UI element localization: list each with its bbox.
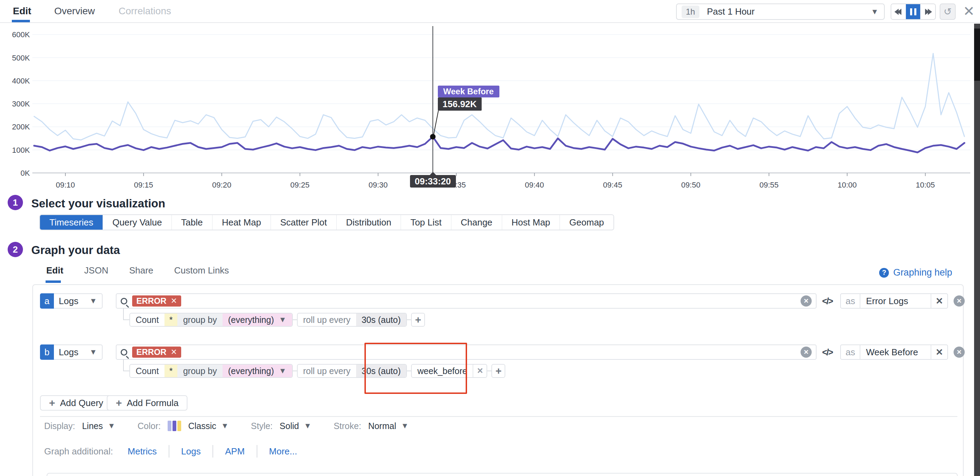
agg-arg[interactable]: * (164, 314, 178, 326)
chevron-down-icon: ▼ (89, 348, 97, 357)
time-range-badge: 1h (682, 6, 699, 18)
query-letter-badge: a (40, 293, 54, 309)
group-by-value: (everything) (228, 366, 274, 376)
remove-query-icon[interactable]: ✕ (954, 347, 965, 358)
alias-input[interactable]: Error Logs (861, 294, 931, 308)
alias-input[interactable]: Week Before (861, 345, 931, 359)
subtab-json[interactable]: JSON (84, 265, 108, 283)
add-formula-label: Add Formula (127, 398, 179, 409)
divider (169, 445, 169, 458)
tag-close-icon[interactable]: ✕ (171, 348, 177, 357)
aggregation-row-a: Count * group by (everything) ▼ roll up … (129, 313, 425, 327)
remove-query-icon[interactable]: ✕ (954, 295, 965, 307)
add-function-button[interactable]: + (492, 364, 505, 378)
chart-canvas: 0K100K200K300K400K500K600K09:1009:1509:2… (0, 23, 980, 197)
plus-icon: + (496, 365, 502, 377)
viz-tab-geomap[interactable]: Geomap (560, 215, 614, 230)
chevron-down-icon: ▼ (108, 421, 115, 430)
viz-tab-scatter-plot[interactable]: Scatter Plot (271, 215, 337, 230)
fast-forward-button[interactable] (921, 4, 935, 19)
source-select[interactable]: Logs ▼ (54, 293, 103, 309)
clear-search-icon[interactable]: ✕ (800, 295, 812, 307)
code-view-icon[interactable]: </> (822, 344, 832, 360)
viz-tab-change[interactable]: Change (452, 215, 502, 230)
group-by-select[interactable]: (everything) ▼ (223, 365, 292, 377)
tab-correlations-label: Correlations (119, 6, 171, 17)
rollup-value[interactable]: 30s (auto) (356, 314, 407, 326)
scrollbar-thumb[interactable] (974, 29, 980, 81)
clear-alias-icon[interactable]: ✕ (931, 294, 947, 308)
search-input[interactable]: ERROR ✕ ✕ (116, 293, 816, 309)
color-select[interactable]: Classic ▼ (188, 421, 229, 431)
tab-edit[interactable]: Edit (13, 0, 31, 22)
style-select[interactable]: Solid ▼ (280, 421, 311, 431)
pause-button[interactable] (906, 4, 921, 19)
x-axis-tick-label: 09:55 (759, 181, 779, 189)
function-chip-label: week_before (412, 365, 473, 377)
query-row-b: b Logs ▼ ERROR ✕ ✕ </> as Week Before ✕ … (40, 344, 965, 360)
group-by-select[interactable]: (everything) ▼ (223, 314, 292, 326)
add-function-button[interactable]: + (411, 313, 425, 327)
style-value: Solid (280, 421, 299, 431)
rewind-button[interactable] (891, 4, 906, 19)
aggregation-group: Count * group by (everything) ▼ (129, 313, 293, 327)
function-chip-week-before[interactable]: week_before ✕ (411, 364, 487, 378)
graph-additional-link-apm[interactable]: APM (225, 446, 245, 457)
close-icon: ✕ (963, 4, 975, 18)
subtab-share[interactable]: Share (129, 265, 153, 283)
time-range-selector[interactable]: 1h Past 1 Hour ▼ (676, 3, 885, 20)
viz-tab-timeseries[interactable]: Timeseries (40, 215, 103, 230)
subtab-share-label: Share (129, 265, 153, 275)
timeseries-chart[interactable]: 0K100K200K300K400K500K600K09:1009:1509:2… (0, 23, 980, 197)
viz-tab-distribution[interactable]: Distribution (337, 215, 401, 230)
color-value: Classic (188, 421, 216, 431)
x-axis-tick-label: 09:50 (681, 181, 700, 189)
search-input[interactable]: ERROR ✕ ✕ (116, 344, 816, 360)
chevron-down-icon: ▼ (221, 421, 229, 430)
graph-additional-link-logs[interactable]: Logs (181, 446, 200, 457)
viz-tab-query-value[interactable]: Query Value (103, 215, 172, 230)
viz-tab-top-list[interactable]: Top List (401, 215, 452, 230)
agg-arg[interactable]: * (164, 365, 178, 377)
add-query-button[interactable]: + Add Query (40, 395, 112, 411)
vertical-scrollbar[interactable] (974, 24, 980, 476)
subtab-custom-links[interactable]: Custom Links (174, 265, 229, 283)
time-range-label: Past 1 Hour (707, 6, 871, 17)
graph-additional-label: Graph additional: (44, 446, 113, 457)
x-axis-tick-label: 09:30 (369, 181, 388, 189)
viz-tab-heat-map[interactable]: Heat Map (213, 215, 271, 230)
subtab-edit[interactable]: Edit (46, 265, 63, 283)
source-select[interactable]: Logs ▼ (54, 344, 103, 360)
filter-tag-label: ERROR (136, 347, 167, 357)
agg-func[interactable]: Count (130, 365, 164, 377)
viz-tab-host-map[interactable]: Host Map (502, 215, 560, 230)
filter-tag-error[interactable]: ERROR ✕ (132, 347, 181, 358)
tab-correlations[interactable]: Correlations (119, 0, 171, 22)
plus-icon: + (415, 314, 422, 326)
close-button[interactable]: ✕ (962, 4, 976, 18)
display-type-select[interactable]: Lines ▼ (82, 421, 115, 431)
remove-function-icon[interactable]: ✕ (473, 365, 487, 377)
source-select-value: Logs (59, 347, 78, 358)
refresh-button[interactable]: ↺ (940, 3, 956, 20)
stroke-select[interactable]: Normal ▼ (368, 421, 409, 431)
alias-group: as Error Logs ✕ (840, 293, 948, 309)
add-formula-button[interactable]: + Add Formula (107, 395, 188, 411)
graphing-help-link[interactable]: ? Graphing help (879, 267, 952, 278)
query-editor-panel: a Logs ▼ ERROR ✕ ✕ </> as Error Logs ✕ ✕ (32, 284, 964, 476)
tab-overview[interactable]: Overview (54, 0, 95, 22)
agg-func[interactable]: Count (130, 314, 164, 326)
tag-close-icon[interactable]: ✕ (171, 296, 177, 306)
y-axis-tick-label: 0K (21, 169, 30, 177)
filter-tag-error[interactable]: ERROR ✕ (132, 295, 181, 307)
code-view-icon[interactable]: </> (822, 293, 832, 309)
clear-alias-icon[interactable]: ✕ (931, 345, 947, 359)
y-axis-tick-label: 600K (12, 30, 30, 39)
header-bar: Edit Overview Correlations 1h Past 1 Hou… (0, 0, 980, 23)
rollup-value[interactable]: 30s (auto) (356, 365, 407, 377)
graph-additional-link-more[interactable]: More... (269, 446, 298, 457)
viz-tab-table[interactable]: Table (172, 215, 213, 230)
graph-additional-link-metrics[interactable]: Metrics (127, 446, 157, 457)
clear-search-icon[interactable]: ✕ (800, 347, 812, 358)
subtab-edit-underline (46, 280, 61, 283)
